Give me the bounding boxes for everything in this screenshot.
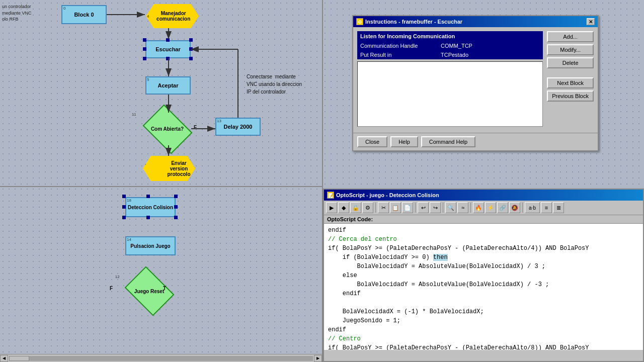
- command-help-button[interactable]: Command Help: [421, 136, 475, 147]
- tb-paste-btn[interactable]: 📄: [402, 202, 413, 213]
- arrow-label-f-top: F: [194, 125, 197, 130]
- add-button[interactable]: Add...: [547, 31, 594, 42]
- sel-handle-dc-bm: [146, 216, 150, 219]
- block-aceptar[interactable]: 5 Aceptar: [145, 76, 191, 95]
- tb-link-btn[interactable]: 🔗: [497, 202, 508, 213]
- row1-label: Communication Handle: [357, 41, 438, 50]
- tb-find-btn[interactable]: 🔍: [445, 202, 456, 213]
- scroll-track[interactable]: [9, 356, 313, 361]
- block-aceptar-label: Aceptar: [158, 82, 179, 88]
- optoscript-titlebar-icon: 📝: [327, 192, 334, 199]
- row1-value: COMM_TCP: [438, 41, 543, 50]
- block-pulsacion-num: 14: [127, 237, 131, 242]
- block-enviar-version[interactable]: 16 Enviar version protocolo: [143, 156, 195, 181]
- tb-run-btn[interactable]: ▶: [326, 202, 337, 213]
- close-button[interactable]: Close: [357, 136, 387, 147]
- arrow-label-f-bottom: F: [110, 286, 113, 291]
- code-line-12: endif: [328, 325, 639, 334]
- code-line-6: else: [328, 271, 639, 280]
- block-juego-reset[interactable]: 12 Juego Reset: [125, 276, 173, 307]
- block-aceptar-num: 5: [147, 77, 149, 82]
- block-delay2000[interactable]: 13 Delay 2000: [215, 118, 261, 136]
- instructions-body: Listen for Incoming Communication Commun…: [353, 27, 598, 131]
- modify-button[interactable]: Modify...: [547, 44, 594, 55]
- code-line-2: // Cerca del centro: [328, 235, 639, 244]
- sel-handle-ml: [143, 47, 146, 51]
- delete-button[interactable]: Delete: [547, 57, 594, 68]
- code-line-3: if( BolaPosY >= (PaletaDerechaPosY - (Pa…: [328, 244, 639, 253]
- instructions-content: Listen for Incoming Communication Commun…: [357, 31, 543, 127]
- tb-gear-btn[interactable]: ⚙: [362, 202, 373, 213]
- code-line-8: endif: [328, 289, 639, 298]
- instructions-titlebar[interactable]: ⚙ Instructions - framebuffer - Escuchar …: [353, 16, 598, 27]
- tb-mute-btn[interactable]: 🔕: [509, 202, 520, 213]
- block-0[interactable]: 0 Block 0: [61, 5, 107, 24]
- block-deteccion-colision[interactable]: 18 Deteccion Colision: [125, 197, 176, 217]
- scroll-thumb[interactable]: [9, 356, 29, 361]
- tb-copy-btn[interactable]: 📋: [390, 202, 401, 213]
- tb-lock-btn[interactable]: 🔒: [350, 202, 361, 213]
- next-block-button[interactable]: Next Block: [547, 77, 594, 88]
- code-line-13: // Centro: [328, 334, 639, 343]
- sel-handle-bl: [143, 57, 146, 60]
- sel-handle-bm: [166, 57, 170, 60]
- sel-handle-dc-ml: [122, 205, 126, 209]
- tb-diamond-btn[interactable]: ◆: [338, 202, 349, 213]
- code-line-7: BolaVelocidadY = AbsoluteValue(BolaVeloc…: [328, 280, 639, 289]
- code-line-5: BolaVelocidadY = AbsoluteValue(BolaVeloc…: [328, 262, 639, 271]
- tb-match-btn[interactable]: ≈: [457, 202, 468, 213]
- sel-handle-mr: [189, 47, 193, 51]
- block-com-abierta[interactable]: 11 Com Abierta?: [143, 113, 191, 145]
- optoscript-titlebar[interactable]: 📝 OptoScript - juego - Deteccion Colisio…: [324, 190, 643, 201]
- block-manejador[interactable]: 4 Manejador comunicacion: [146, 4, 199, 28]
- tb-outdent-btn[interactable]: ≣: [553, 202, 564, 213]
- tb-sep2: [415, 203, 416, 213]
- sel-handle-tl: [143, 38, 146, 42]
- horizontal-divider: [0, 186, 322, 187]
- side-note: Conectarse medianteVNC usando la direcci…: [247, 73, 302, 96]
- optoscript-code-area[interactable]: endif // Cerca del centro if( BolaPosY >…: [324, 224, 643, 350]
- code-line-14: if( BolaPosY >= (PaletaDerechaPosY - (Pa…: [328, 343, 639, 350]
- block-pulsacion-juego[interactable]: 14 Pulsacion Juego: [125, 236, 176, 255]
- optoscript-title: OptoScript - juego - Deteccion Colision: [336, 192, 439, 198]
- code-line-4: if (BolaVelocidadY >= 0) then: [328, 253, 639, 262]
- tb-sep5: [522, 203, 523, 213]
- block-enviar-label: Enviar version protocolo: [161, 160, 196, 177]
- instructions-table: Listen for Incoming Communication Commun…: [357, 31, 543, 59]
- sel-handle-dc-mr: [174, 205, 178, 209]
- side-label-vnc: un controladormediante VNColo RFB: [0, 3, 40, 24]
- sel-handle-dc-tr: [174, 195, 178, 198]
- tb-undo-btn[interactable]: ↩: [418, 202, 429, 213]
- block-escuchar-label: Escuchar: [155, 46, 181, 52]
- block-pulsacion-label: Pulsacion Juego: [130, 243, 170, 249]
- sel-handle-dc-br: [174, 216, 178, 219]
- tb-cut-btn[interactable]: ✂: [378, 202, 389, 213]
- block-escuchar[interactable]: Escuchar: [145, 40, 191, 58]
- juego-reset-num: 12: [115, 275, 120, 279]
- bottom-scrollbar[interactable]: ◀ ▶: [0, 354, 322, 362]
- block-deteccion-label: Deteccion Colision: [128, 205, 173, 210]
- tb-ab-btn[interactable]: a·b: [525, 202, 540, 213]
- block-0-label: Block 0: [74, 12, 94, 18]
- instructions-window: ⚙ Instructions - framebuffer - Escuchar …: [352, 15, 599, 151]
- block-enviar-num: 16: [142, 161, 146, 166]
- tb-redo-btn[interactable]: ↪: [430, 202, 441, 213]
- tb-indent-btn[interactable]: ≡: [541, 202, 552, 213]
- tb-lightning-btn[interactable]: ⚡: [485, 202, 496, 213]
- block-delay2000-num: 13: [217, 119, 221, 123]
- diamond-text: 11 Com Abierta?: [151, 126, 184, 132]
- bottom-left-panel: 18 Deteccion Colision 14 Pulsacion Juego…: [0, 186, 322, 362]
- instructions-close-btn[interactable]: ✕: [587, 18, 595, 25]
- scroll-right-arrow[interactable]: ▶: [314, 355, 322, 362]
- scroll-left-arrow[interactable]: ◀: [0, 355, 8, 362]
- tb-sep3: [443, 203, 443, 213]
- row2-value: TCPestado: [438, 50, 543, 59]
- help-button[interactable]: Help: [390, 136, 418, 147]
- top-left-panel: un controladormediante VNColo RFB 0 Bloc…: [0, 0, 322, 186]
- instructions-table-header: Listen for Incoming Communication: [357, 31, 543, 41]
- arrow-label-t-top: T: [168, 148, 171, 154]
- previous-block-button[interactable]: Previous Block: [547, 90, 594, 102]
- code-line-11: JuegoSonido = 1;: [328, 316, 639, 325]
- instructions-title: Instructions - framebuffer - Escuchar: [365, 19, 462, 25]
- tb-fire-btn[interactable]: 🔥: [473, 202, 484, 213]
